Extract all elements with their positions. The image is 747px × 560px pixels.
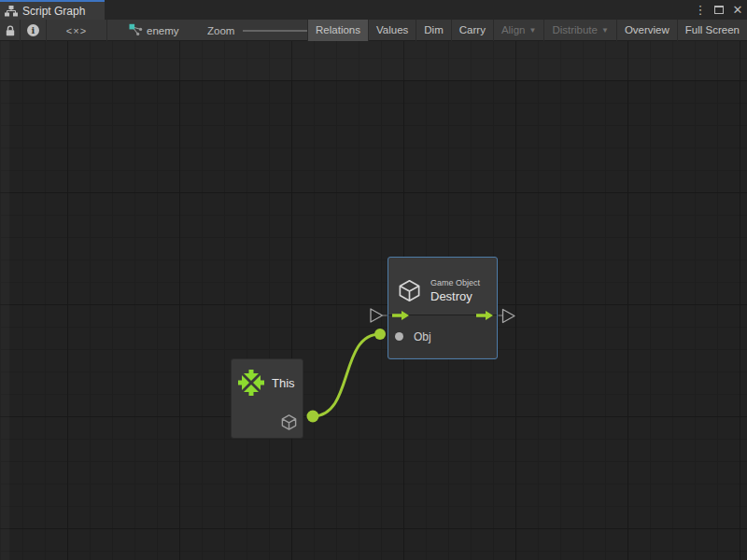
connection-start-dot — [307, 411, 319, 423]
graph-canvas[interactable]: Game Object Destroy Obj — [0, 41, 747, 560]
node-destroy[interactable]: Game Object Destroy Obj — [388, 257, 498, 359]
zoom-label: Zoom — [207, 25, 234, 36]
chevron-down-icon: ▼ — [529, 26, 536, 35]
node-title: Destroy — [430, 289, 480, 303]
chevron-down-icon: ▼ — [601, 26, 609, 35]
graph-reference[interactable]: enemy — [129, 20, 179, 41]
window-menu-icon[interactable]: ⋮ — [694, 0, 707, 20]
carry-button[interactable]: Carry — [451, 20, 493, 41]
info-icon: i — [27, 24, 39, 36]
lock-icon — [5, 24, 16, 37]
connection-this-to-obj[interactable] — [313, 334, 380, 416]
node-destroy-header: Game Object Destroy — [388, 258, 497, 315]
code-icon: <×> — [66, 25, 87, 36]
tab-script-graph[interactable]: Script Graph — [0, 0, 105, 20]
connections-layer — [0, 41, 747, 560]
connection-end-dot — [374, 329, 386, 340]
info-button[interactable]: i — [21, 20, 47, 41]
distribute-dropdown[interactable]: Distribute▼ — [543, 20, 616, 41]
full-screen-button[interactable]: Full Screen — [677, 20, 747, 41]
obj-input-port[interactable] — [395, 332, 403, 341]
node-this-title: This — [272, 376, 295, 390]
this-converge-icon — [238, 370, 264, 396]
graph-name: enemy — [147, 25, 179, 36]
tab-title: Script Graph — [22, 5, 85, 18]
titlebar: Script Graph ⋮ ✕ — [0, 0, 747, 20]
node-destroy-body: Obj — [388, 315, 497, 357]
flow-input-port[interactable] — [392, 311, 409, 320]
node-category: Game Object — [430, 278, 480, 287]
overview-button[interactable]: Overview — [616, 20, 677, 41]
node-this[interactable]: This — [231, 358, 303, 439]
edit-code-button[interactable]: <×> — [47, 20, 107, 41]
align-dropdown[interactable]: Align▼ — [493, 20, 544, 41]
toolbar: i <×> enemy Zoom 1x Relations Values Dim… — [0, 20, 747, 41]
graph-icon — [129, 23, 143, 37]
relations-button[interactable]: Relations — [307, 20, 368, 41]
dim-button[interactable]: Dim — [416, 20, 450, 41]
flow-input-triangle-icon[interactable] — [371, 309, 383, 322]
flow-divider — [388, 315, 497, 315]
flow-output-triangle-icon[interactable] — [503, 310, 515, 323]
values-button[interactable]: Values — [368, 20, 416, 41]
lock-button[interactable] — [0, 20, 21, 41]
flow-output-port[interactable] — [476, 311, 493, 320]
game-object-cube-icon — [397, 278, 422, 303]
close-icon[interactable]: ✕ — [731, 0, 744, 20]
obj-port-label: Obj — [414, 330, 431, 343]
this-output-port-cube-icon[interactable] — [280, 413, 298, 431]
script-graph-icon — [5, 6, 18, 17]
toolbar-buttons: Relations Values Dim Carry Align▼ Distri… — [307, 20, 747, 41]
maximize-icon[interactable] — [712, 0, 726, 20]
